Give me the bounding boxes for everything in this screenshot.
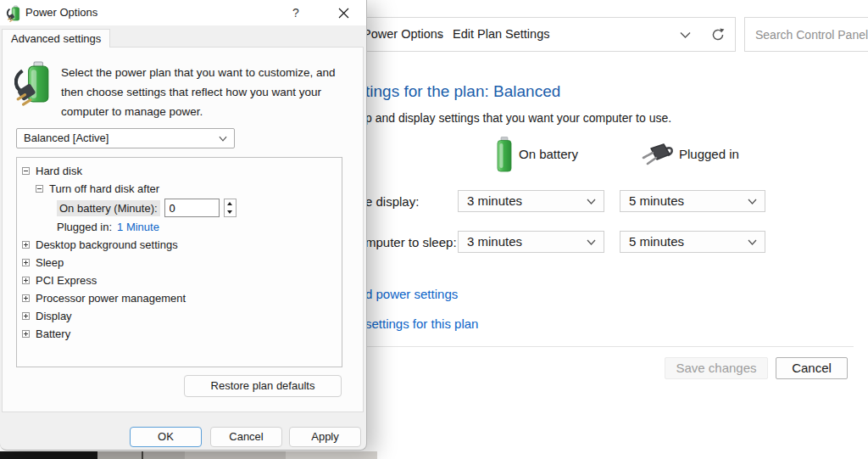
- display-on-battery-value: 3 minutes: [467, 193, 522, 208]
- power-plan-selected-value: Balanced [Active]: [24, 132, 108, 144]
- window-cancel-button[interactable]: Cancel: [776, 357, 848, 379]
- dialog-description-line2: then choose settings that reflect how yo…: [61, 82, 359, 102]
- bottom-window-edge-gray3: [286, 451, 377, 459]
- dialog-cancel-button[interactable]: Cancel: [210, 427, 282, 447]
- battery-plug-icon: [14, 59, 53, 107]
- bottom-edge-tick: [142, 451, 143, 459]
- tree-item-display[interactable]: Display: [17, 307, 342, 325]
- refresh-icon: [710, 27, 726, 42]
- on-battery-setting-label[interactable]: On battery (Minute):: [57, 200, 160, 216]
- tree-item-label[interactable]: Hard disk: [36, 165, 82, 177]
- refresh-button[interactable]: [705, 17, 731, 52]
- computer-to-sleep-label: mputer to sleep:: [365, 235, 457, 249]
- tree-item-label[interactable]: Display: [36, 310, 72, 322]
- page-subtitle: p and display settings that you want you…: [365, 111, 671, 125]
- power-plan-select[interactable]: Balanced [Active]: [16, 128, 235, 148]
- collapse-icon[interactable]: [36, 185, 43, 193]
- tree-item-turn-off-hard-disk[interactable]: Turn off hard disk after: [17, 180, 342, 198]
- sleep-on-battery-value: 3 minutes: [467, 234, 522, 249]
- minutes-spinner: [224, 199, 236, 217]
- page-title: tings for the plan: Balanced: [365, 82, 560, 101]
- save-changes-button[interactable]: Save changes: [665, 357, 768, 379]
- spin-up-button[interactable]: [225, 199, 236, 208]
- close-icon: [338, 8, 349, 19]
- expand-icon[interactable]: [22, 294, 30, 302]
- dialog-description-line3: computer to manage power.: [61, 102, 359, 121]
- breadcrumb-separator: ›: [437, 17, 442, 52]
- plug-icon: [637, 142, 675, 167]
- chevron-down-icon: [748, 199, 757, 204]
- tree-item-plugged-in-setting[interactable]: Plugged in: 1 Minute: [17, 218, 342, 236]
- restore-defaults-link[interactable]: settings for this plan: [365, 316, 478, 331]
- settings-tree[interactable]: Hard disk Turn off hard disk after On ba…: [16, 157, 342, 367]
- tree-item-label[interactable]: Sleep: [36, 256, 64, 269]
- search-input[interactable]: [744, 17, 868, 52]
- tree-item-label[interactable]: Desktop background settings: [36, 238, 178, 251]
- turn-off-display-label: e display:: [365, 194, 419, 209]
- on-battery-minutes-input[interactable]: [164, 199, 220, 217]
- display-on-battery-dropdown[interactable]: 3 minutes: [458, 190, 604, 212]
- sleep-plugged-in-value: 5 minutes: [629, 234, 684, 249]
- chevron-down-icon: [587, 199, 596, 204]
- expand-icon[interactable]: [22, 312, 30, 320]
- apply-button[interactable]: Apply: [289, 427, 361, 447]
- tree-item-pci-express[interactable]: PCI Express: [17, 271, 342, 289]
- sleep-on-battery-dropdown[interactable]: 3 minutes: [458, 231, 604, 253]
- expand-icon[interactable]: [22, 241, 30, 249]
- close-button[interactable]: [331, 0, 356, 25]
- spin-down-button[interactable]: [225, 208, 236, 216]
- triangle-up-icon: [227, 202, 232, 205]
- display-plugged-in-value: 5 minutes: [629, 193, 684, 208]
- collapse-icon[interactable]: [22, 167, 30, 175]
- sleep-plugged-in-dropdown[interactable]: 5 minutes: [620, 231, 765, 253]
- expand-icon[interactable]: [22, 330, 30, 338]
- advanced-power-settings-link[interactable]: d power settings: [365, 287, 458, 301]
- on-battery-column-header: On battery: [519, 147, 578, 161]
- dialog-description-line1: Select the power plan that you want to c…: [61, 63, 359, 82]
- bottom-window-edge-gray2: [185, 451, 286, 459]
- tree-item-on-battery-setting[interactable]: On battery (Minute):: [17, 198, 342, 218]
- chevron-down-icon: [587, 239, 596, 245]
- display-plugged-in-dropdown[interactable]: 5 minutes: [620, 190, 765, 212]
- chevron-down-icon: [219, 136, 227, 142]
- tree-item-processor-power[interactable]: Processor power management: [17, 289, 342, 307]
- tab-advanced-settings[interactable]: Advanced settings: [2, 29, 110, 48]
- ok-button[interactable]: OK: [130, 427, 202, 447]
- power-options-dialog: Power Options ? Advanced settings Select…: [0, 0, 367, 451]
- address-dropdown-button[interactable]: [672, 17, 698, 52]
- tree-item-label[interactable]: Battery: [36, 327, 70, 340]
- breadcrumb-edit-plan-settings[interactable]: Edit Plan Settings: [453, 17, 549, 52]
- bottom-window-edge-dark: [0, 451, 97, 459]
- tree-item-label[interactable]: Processor power management: [36, 292, 186, 305]
- help-button[interactable]: ?: [285, 0, 307, 25]
- expand-icon[interactable]: [22, 259, 30, 266]
- plugged-in-value-link[interactable]: 1 Minute: [117, 221, 159, 233]
- breadcrumb-power-options[interactable]: Power Options: [363, 17, 443, 52]
- chevron-down-icon: [748, 239, 757, 245]
- dialog-title: Power Options: [25, 0, 97, 25]
- footer-separator: [367, 346, 854, 347]
- triangle-down-icon: [227, 210, 232, 214]
- tree-item-label[interactable]: PCI Express: [36, 274, 97, 287]
- tree-item-label[interactable]: Turn off hard disk after: [49, 182, 159, 195]
- power-options-icon: [6, 5, 22, 22]
- tree-item-hard-disk[interactable]: Hard disk: [17, 162, 342, 180]
- restore-plan-defaults-button[interactable]: Restore plan defaults: [184, 375, 342, 397]
- plugged-in-column-header: Plugged in: [679, 147, 739, 161]
- tree-item-sleep[interactable]: Sleep: [17, 254, 342, 271]
- plugged-in-setting-label: Plugged in:: [57, 221, 112, 233]
- battery-icon: [496, 137, 513, 172]
- tree-item-desktop-background[interactable]: Desktop background settings: [17, 236, 342, 254]
- chevron-down-icon: [680, 31, 691, 38]
- tree-item-battery[interactable]: Battery: [17, 325, 342, 343]
- expand-icon[interactable]: [22, 277, 30, 284]
